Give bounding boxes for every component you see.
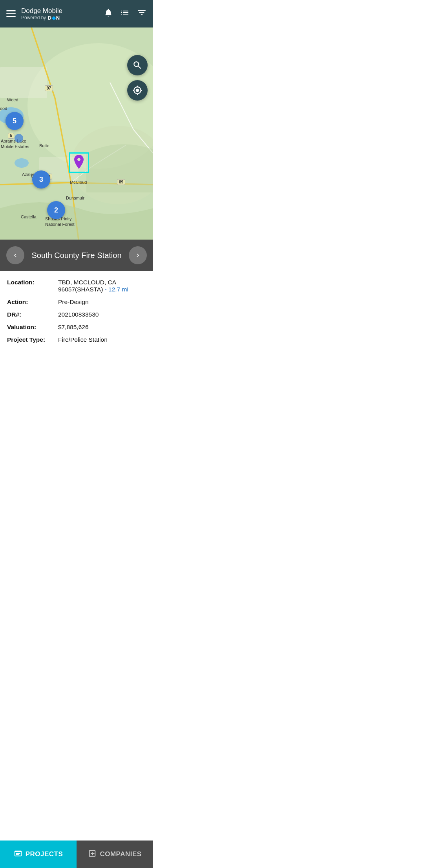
- action-value: Pre-Design: [58, 298, 89, 306]
- map-search-button[interactable]: [127, 55, 148, 75]
- valuation-row: Valuation: $7,885,626: [7, 324, 146, 331]
- don-logo: D◆N: [48, 15, 60, 21]
- cluster-3[interactable]: 3: [32, 170, 50, 189]
- powered-by-label: Powered by D◆N: [21, 15, 62, 21]
- project-type-label: Project Type:: [7, 336, 58, 343]
- location-value: TBD, MCCLOUD, CA 96057(SHASTA) - 12.7 mi: [58, 279, 146, 293]
- hamburger-button[interactable]: [6, 10, 16, 17]
- map-view[interactable]: Weed Abrams LakeMobile Estates Azalea Mc…: [0, 27, 153, 240]
- dr-label: DR#:: [7, 311, 58, 318]
- notification-bell-button[interactable]: [104, 8, 113, 20]
- details-section: Location: TBD, MCCLOUD, CA 96057(SHASTA)…: [0, 271, 153, 361]
- cluster-dot: [15, 134, 23, 143]
- location-label: Location:: [7, 279, 58, 286]
- valuation-label: Valuation:: [7, 324, 58, 331]
- prev-button[interactable]: [6, 246, 24, 264]
- search-icon: [132, 60, 143, 70]
- cluster-2[interactable]: 2: [47, 201, 65, 219]
- location-row: Location: TBD, MCCLOUD, CA 96057(SHASTA)…: [7, 279, 146, 293]
- header-title-group: Dodge Mobile Powered by D◆N: [21, 7, 62, 21]
- app-name: Dodge Mobile: [21, 7, 62, 15]
- dr-row: DR#: 202100833530: [7, 311, 146, 318]
- project-type-row: Project Type: Fire/Police Station: [7, 336, 146, 343]
- dr-value: 202100833530: [58, 311, 99, 318]
- map-pin-box: [69, 152, 89, 173]
- info-bar: South County Fire Station: [0, 240, 153, 271]
- cluster-5[interactable]: 5: [5, 112, 24, 130]
- location-pin-icon: [73, 155, 85, 170]
- list-icon: [120, 8, 130, 17]
- project-type-value: Fire/Police Station: [58, 336, 108, 343]
- bell-icon: [104, 8, 113, 17]
- action-label: Action:: [7, 298, 58, 306]
- locate-icon: [132, 85, 143, 95]
- next-icon: [134, 252, 141, 259]
- next-button[interactable]: [129, 246, 147, 264]
- header-left: Dodge Mobile Powered by D◆N: [6, 7, 62, 21]
- action-row: Action: Pre-Design: [7, 298, 146, 306]
- prev-icon: [12, 252, 19, 259]
- filter-button[interactable]: [137, 7, 147, 20]
- info-bar-title: South County Fire Station: [24, 251, 129, 260]
- location-link[interactable]: - 12.7 mi: [105, 286, 128, 293]
- svg-rect-3: [0, 67, 47, 98]
- valuation-value: $7,885,626: [58, 324, 89, 331]
- header-icons: [104, 7, 147, 20]
- app-header: Dodge Mobile Powered by D◆N: [0, 0, 153, 27]
- filter-icon: [137, 7, 147, 18]
- map-locate-button[interactable]: [127, 80, 148, 101]
- list-view-button[interactable]: [120, 8, 130, 20]
- svg-point-6: [15, 158, 29, 168]
- map-pin[interactable]: [69, 152, 89, 173]
